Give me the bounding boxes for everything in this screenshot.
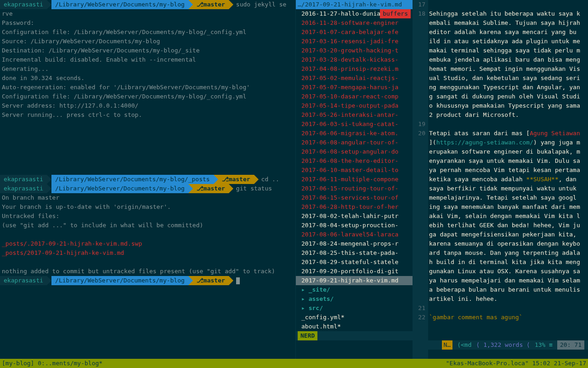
tree-file[interactable]: 2017-05-10-dasar-react-comp [296, 92, 413, 101]
output-line: _posts/2017-09-21-hijrah-ke-vim.md [0, 248, 295, 258]
editor-line[interactable]: makai terminal sehingga saya tidak perlu… [429, 46, 588, 55]
editor-line[interactable]: enyarankan saya untuk memakai Vim. Dulu … [429, 156, 588, 166]
tree-file[interactable]: _config.yml* [296, 313, 413, 322]
tree-dir[interactable]: src/ [296, 304, 413, 313]
editor-line[interactable]: h build in di terminal kita jika kita me… [429, 258, 588, 267]
tree-dir[interactable]: _site/ [296, 285, 413, 294]
editor-line[interactable]: ard tanpa mouse. Dan yang terpenting ada… [429, 248, 588, 258]
editor-line[interactable]: Tetapi atas saran dari mas [Agung Setiaw… [429, 129, 588, 138]
editor-line[interactable]: ual Studio, dan kebetulan saya sedang se… [429, 74, 588, 83]
prompt-line[interactable]: ekaprasasti /Library/WebServer/Documents… [0, 0, 295, 9]
output-line: On branch master [0, 193, 295, 202]
prompt-line[interactable]: ekaprasasti /Library/WebServer/Documents… [0, 184, 295, 193]
editor-line[interactable]: ebih terlihat GEEK dan beda! hehee, Vim … [429, 221, 588, 230]
line-number [413, 138, 425, 147]
editor-line[interactable] [429, 304, 588, 313]
tree-file[interactable]: 2017-03-28-devtalk-kickass- [296, 55, 413, 64]
tree-file[interactable]: 2017-05-14-tipe-output-pada [296, 101, 413, 110]
tree-file[interactable]: 2017-03-16-resensi-jadi-fre [296, 37, 413, 46]
prompt-command[interactable]: cd .. [259, 175, 279, 184]
vim-statusline: N… ⟨<md ⟨ 1,322 words ⟨ 13% ≡ 20: 71 [413, 340, 588, 350]
tree-file[interactable]: 2016-11-27-hallo-dunia.md [296, 9, 380, 18]
prompt-line[interactable]: ekaprasasti /Library/WebServer/Documents… [0, 276, 295, 285]
editor-line[interactable]: ya harus mempelajari dan memakai Vim sel… [429, 276, 588, 285]
tree-dir[interactable]: assets/ [296, 294, 413, 304]
tree-file[interactable]: 2017-08-24-mengenal-props-r [296, 239, 413, 248]
line-number [413, 193, 425, 202]
editor-line[interactable]: ga dapat mengefisiensikan pekerjaan kita… [429, 230, 588, 239]
tree-file[interactable]: 2017-06-10-master-detail-to [296, 166, 413, 175]
tree-file[interactable]: 2017-05-26-interaksi-antar- [296, 110, 413, 120]
tree-file[interactable]: 2017-06-06-migrasi-ke-atom. [296, 129, 413, 138]
editor-line[interactable]: `gambar comment mas agung` [429, 313, 588, 322]
editor-line[interactable]: ild in atau setidaknya ada plugin untuk … [429, 37, 588, 46]
output-line: Incremental build: disabled. Enable with… [0, 55, 295, 64]
editor-line[interactable]: g sangat di dukung penuh oleh Visual Stu… [429, 92, 588, 101]
editor-line[interactable]: 2 product dari Microsoft. [429, 110, 588, 120]
tmux-left: [my-blog] 0:..ments/my-blog* [2, 359, 102, 368]
output-line: nothing added to commit but untracked fi… [0, 267, 295, 276]
line-number: 19 [413, 120, 425, 129]
line-number [413, 74, 425, 83]
editor-line[interactable]: gunakan Linux atau OSX. Karena susahnya … [429, 267, 588, 276]
editor-line[interactable]: akai Vim, selain dengan memakai Vim kita… [429, 212, 588, 221]
line-number [413, 258, 425, 267]
editor-pane[interactable]: 1718 1920 2122 Sehingga setelah itu bebe… [413, 0, 588, 359]
editor-line[interactable]: hemat memori. Sempat ingin menggunakan V… [429, 64, 588, 74]
tree-file[interactable]: 2017-09-20-portfolio-di-git [296, 267, 413, 276]
tree-file[interactable]: 2017-06-08-angular-tour-of- [296, 138, 413, 147]
editor-line[interactable]: ya pernah mencoba Vim tetapi kesan perta… [429, 166, 588, 175]
tree-file[interactable]: 2017-09-21-hijrah-ke-vim.md [296, 276, 413, 285]
editor-line[interactable]: embuka jendela aplikasi baru dan bisa me… [429, 55, 588, 64]
nerdtree-pane[interactable]: …/2017-09-21-hijrah-ke-vim.md buffers 20… [296, 0, 413, 359]
prompt-command[interactable]: sudo jekyll se [233, 0, 287, 9]
tree-file[interactable]: 2017-06-15-routing-tour-of- [296, 184, 413, 193]
editor-line[interactable]: ketika saya mencoba adalah **SUSAH**, da… [429, 175, 588, 184]
editor-line[interactable]: ing saya menemukan banyak manfaat dari m… [429, 202, 588, 212]
prompt-command[interactable] [233, 276, 240, 285]
prompt-line[interactable]: ekaprasasti /Library/WebServer/Documents… [0, 175, 295, 184]
editor-line[interactable]: mempelajarinya. Tetapi setelah saya goog… [429, 193, 588, 202]
editor-line[interactable]: Sehingga setelah itu beberapa waktu saya… [429, 9, 588, 18]
editor-line[interactable]: erupakan software engineer di bukalapak,… [429, 147, 588, 156]
tree-file[interactable]: 2017-06-15-services-tour-of [296, 193, 413, 202]
tree-file[interactable]: 2017-06-08-the-hero-editor- [296, 156, 413, 166]
tree-file[interactable]: 2017-08-29-stateful-statele [296, 258, 413, 267]
editor-line[interactable]: editor adalah karena saya mencari yang b… [429, 28, 588, 37]
tree-file[interactable]: 2017-06-08-setup-angular-do [296, 147, 413, 156]
editor-line[interactable] [429, 0, 588, 9]
editor-line[interactable]: o khususnya pemakaian Typescript yang sa… [429, 101, 588, 110]
tree-file[interactable]: 2017-06-11-multiple-compone [296, 175, 413, 184]
prompt-command[interactable]: git status [233, 184, 272, 193]
tree-file[interactable]: about.html* [296, 322, 413, 331]
tmux-statusbar: [my-blog] 0:..ments/my-blog* "Ekas-MacBo… [0, 359, 588, 368]
line-number [413, 166, 425, 175]
tree-file[interactable]: 2017-08-02-telah-lahir-putr [296, 212, 413, 221]
tree-file[interactable]: 2017-05-02-memulai-reactjs- [296, 74, 413, 83]
tree-file[interactable]: 2017-08-04-setup-prouction- [296, 221, 413, 230]
tree-file[interactable]: 2017-04-08-prinsip-rezeki.m [296, 64, 413, 74]
tree-file[interactable]: 2017-08-06-laravel54-laraca [296, 230, 413, 239]
tree-file[interactable]: 2017-05-07-mengapa-harus-ja [296, 83, 413, 92]
editor-line[interactable]: ](https://agung-setiawan.com/) yang juga… [429, 138, 588, 147]
tree-file[interactable]: 2017-01-07-cara-belajar-efe [296, 28, 413, 37]
editor-line[interactable]: embali memakai Sublime. Tujuan saya hijr… [429, 18, 588, 28]
line-number [413, 37, 425, 46]
editor-line[interactable]: karena semuanya di operasikan dengan key… [429, 239, 588, 248]
editor-line[interactable]: artikel ini. hehee. [429, 294, 588, 304]
tree-file[interactable]: 2016-11-28-software-enginer [296, 18, 413, 28]
editor-line[interactable]: saya berfikir tidak mempunyai waktu untu… [429, 184, 588, 193]
tree-file[interactable]: 2017-08-25-this-state-pada- [296, 248, 413, 258]
output-line: Destination: /Library/WebServer/Document… [0, 46, 295, 55]
line-number: 20 [413, 129, 425, 138]
tree-file[interactable]: 2017-06-28-http-tour-of-her [296, 202, 413, 212]
line-number [413, 221, 425, 230]
tree-file[interactable]: 2017-06-03-si-tukang-catat- [296, 120, 413, 129]
editor-line[interactable]: ng menggunakan Typescript dan Angular, y… [429, 83, 588, 92]
tree-file[interactable]: 2017-03-20-growth-hacking-t [296, 46, 413, 55]
editor-line[interactable]: a beberapa bulan baru berani untuk menul… [429, 285, 588, 294]
line-number [413, 267, 425, 276]
editor-line[interactable] [429, 120, 588, 129]
prompt-branch: master [218, 175, 254, 184]
terminal-pane-left[interactable]: ekaprasasti /Library/WebServer/Documents… [0, 0, 296, 359]
